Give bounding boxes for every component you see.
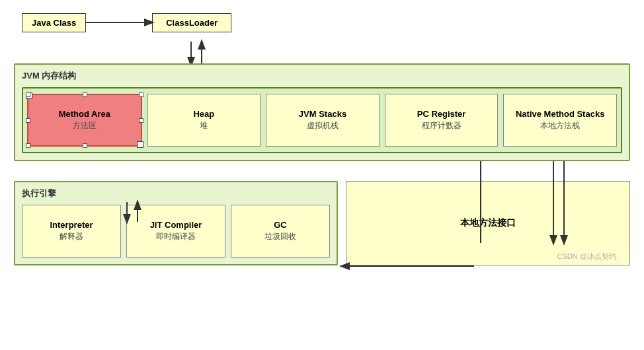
pc-register-subtitle: 程序计数器 [422, 120, 462, 131]
heap-title: Heap [193, 109, 214, 119]
heap-subtitle: 堆 [200, 120, 208, 131]
diagram-container: Java Class ClassLoader JVM 内存结构 Method A… [11, 5, 633, 265]
interpreter-title: Interpreter [50, 220, 93, 230]
interpreter-subtitle: 解释器 [60, 231, 83, 242]
interpreter-cell: Interpreter 解释器 [22, 205, 121, 258]
classloader-label: ClassLoader [166, 18, 218, 28]
method-area-title: Method Area [59, 109, 110, 119]
java-class-box: Java Class [22, 13, 86, 32]
bottom-row: 执行引擎 Interpreter 解释器 JIT Compiler 即时编译器 … [14, 181, 630, 265]
gc-title: GC [274, 220, 287, 230]
execution-title: 执行引擎 [22, 188, 330, 199]
jvm-stacks-cell: JVM Stacks 虚拟机栈 [266, 94, 380, 147]
jvm-stacks-subtitle: 虚拟机栈 [307, 120, 339, 131]
top-row: Java Class ClassLoader [11, 5, 633, 40]
watermark: CSDN @冰点契约、 [557, 252, 624, 262]
jvm-stacks-title: JVM Stacks [299, 109, 346, 119]
pc-register-title: PC Register [417, 109, 466, 119]
jvm-title: JVM 内存结构 [22, 70, 622, 82]
method-area-subtitle: 方法区 [73, 120, 97, 131]
jit-compiler-title: JIT Compiler [150, 220, 202, 230]
jit-compiler-subtitle: 即时编译器 [156, 231, 196, 242]
heap-cell: Heap 堆 [147, 94, 261, 147]
gc-subtitle: 垃圾回收 [264, 231, 296, 242]
native-interface-label: 本地方法接口 [460, 217, 516, 229]
jit-compiler-cell: JIT Compiler 即时编译器 [126, 205, 225, 258]
method-area-cell: Method Area 方法区 [27, 94, 142, 147]
execution-engine-box: 执行引擎 Interpreter 解释器 JIT Compiler 即时编译器 … [14, 181, 338, 265]
classloader-box: ClassLoader [152, 13, 231, 32]
pc-register-cell: PC Register 程序计数器 [385, 94, 499, 147]
native-method-stacks-title: Native Method Stacks [516, 109, 604, 119]
native-method-stacks-cell: Native Method Stacks 本地方法栈 [503, 94, 617, 147]
native-method-stacks-subtitle: 本地方法栈 [540, 120, 580, 131]
jvm-inner: Method Area 方法区 Heap 堆 JVM Stacks 虚拟机栈 P… [22, 87, 622, 153]
jvm-memory-box: JVM 内存结构 Method Area 方法区 Heap 堆 [14, 63, 630, 161]
java-class-label: Java Class [32, 18, 76, 28]
gc-cell: GC 垃圾回收 [231, 205, 330, 258]
execution-inner: Interpreter 解释器 JIT Compiler 即时编译器 GC 垃圾… [22, 205, 330, 258]
